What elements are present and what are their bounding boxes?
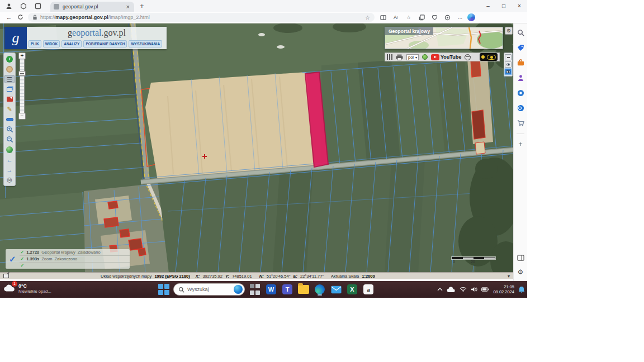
measure-button[interactable] [4,115,15,123]
url-field[interactable]: https://mapy.geoportal.gov.pl/imap/Imgp_… [28,13,375,22]
close-button[interactable]: × [512,0,527,12]
browser-addressbar: ← https://mapy.geoportal.gov.pl/imap/Img… [0,12,527,23]
tray-chevron-icon[interactable] [437,287,443,292]
menu-analizy[interactable]: ANALIZY [61,40,82,47]
weather-widget[interactable]: 1 0°C Niewielkie opad... [3,283,51,294]
default-tool-button[interactable] [4,65,15,73]
favorite-star-icon[interactable]: ☆ [365,15,370,21]
zoom-handle[interactable] [18,71,26,76]
more-options-icon[interactable]: … [456,13,464,21]
magnifier-plus-icon [6,126,13,133]
favorites-bar-icon[interactable]: ☆ [405,13,413,21]
sidebar-settings-icon[interactable]: ⚙ [516,268,525,277]
task-view-button[interactable] [249,283,261,296]
windows-taskbar: 1 0°C Niewielkie opad... Wyszukaj W T X [0,281,527,298]
target-icon: ◎ [7,176,12,183]
zoom-window-out-button[interactable] [4,135,15,144]
geoportal-logo[interactable]: g [4,27,27,49]
previous-view-button[interactable]: ← [4,155,15,164]
draw-button[interactable]: ✎ [4,105,15,113]
read-aloud-icon[interactable]: A) [392,13,400,21]
collapse-layers-button[interactable] [505,54,512,60]
minimize-button[interactable]: – [480,0,496,12]
browser-tab[interactable]: geoportal.gov.pl × [50,2,134,12]
excel-app-icon[interactable]: X [346,283,358,296]
notification-bell-icon[interactable] [518,286,525,293]
refresh-button[interactable] [15,14,26,21]
layer-visibility-active-button[interactable] [505,69,512,75]
copilot-icon[interactable] [467,13,475,21]
new-tab-button[interactable]: + [140,2,144,10]
sidebar-outlook-icon[interactable] [516,103,525,112]
zoom-out-button[interactable]: − [18,113,26,120]
profile-icon[interactable] [3,2,15,11]
browser-window: geoportal.gov.pl × + – □ × ← https://map… [0,0,527,281]
file-explorer-icon[interactable] [297,283,310,296]
legend-button[interactable]: ☰ [4,75,15,83]
clock-time: 21:05 [493,284,514,289]
website-globe-icon[interactable] [465,54,471,60]
allegro-app-icon[interactable]: a [362,283,375,296]
sidebar-search-icon[interactable] [516,28,525,37]
workspaces-icon[interactable] [18,2,29,11]
battery-icon[interactable] [481,287,489,292]
contrast-eye-button[interactable] [487,55,496,60]
wifi-icon[interactable] [460,287,467,292]
print-icon[interactable] [396,54,403,60]
tab-close-icon[interactable]: × [125,3,131,10]
tab-actions-icon[interactable] [32,2,44,11]
contrast-panel [480,53,498,61]
zoom-in-button[interactable]: + [18,53,26,59]
split-screen-icon[interactable] [379,13,387,21]
center-map-button[interactable]: ◎ [4,175,15,184]
volume-icon[interactable] [471,287,477,292]
next-view-button[interactable]: → [4,165,15,174]
menu-widok[interactable]: WIDOK [43,40,60,47]
taskbar-clock[interactable]: 21:05 08.02.2024 [493,284,514,295]
minimap-settings-button[interactable]: ⚙ [505,27,513,35]
menu-plik[interactable]: PLIK [29,40,41,47]
statusbar-collapse-icon[interactable]: ▾ [508,274,510,279]
sidebar-add-button[interactable]: + [518,140,522,148]
onedrive-icon[interactable] [447,287,456,293]
sidebar-panel-icon[interactable] [516,253,525,262]
menu-pobieranie-danych[interactable]: POBIERANIE DANYCH [83,40,127,47]
select-object-button[interactable] [4,85,15,93]
taskbar-search[interactable]: Wyszukaj [173,283,245,296]
map-viewport[interactable]: g geoportal.gov.pl PLIK WIDOK ANALIZY PO… [0,23,513,272]
zoom-slider[interactable]: + − [18,53,26,120]
zoom-window-in-button[interactable] [4,125,15,134]
identify-info-button[interactable]: i [4,55,15,63]
menu-wyszukiwania[interactable]: WYSZUKIWANIA [129,40,162,47]
eye-icon [506,70,510,73]
select-extent-icon[interactable] [3,274,9,278]
layer-visibility-button[interactable] [505,61,512,68]
clear-selection-button[interactable] [4,95,15,103]
back-button[interactable]: ← [3,14,15,21]
browser-essentials-icon[interactable] [430,13,438,21]
language-select[interactable]: pol▾ [406,54,419,60]
collections-icon[interactable] [418,13,425,21]
layer-grid-icon[interactable] [387,54,392,60]
sidebar-cart-icon[interactable] [516,118,525,127]
extensions-icon[interactable] [443,13,451,21]
start-button[interactable] [158,284,169,295]
teams-app-icon[interactable]: T [281,283,293,296]
sidebar-designer-icon[interactable] [516,88,525,97]
contrast-dot-button[interactable] [481,55,485,59]
sidebar-shopping-icon[interactable] [516,43,525,52]
sidebar-m365-icon[interactable] [516,73,525,82]
help-icon[interactable] [422,54,428,60]
overview-minimap[interactable]: Geoportal krajowy [385,27,503,49]
edge-app-icon[interactable] [314,283,326,296]
loading-row: ✓ 1.393s Zoom Zakończono [20,256,130,263]
word-app-icon[interactable]: W [265,283,277,296]
zoom-track[interactable] [20,59,25,113]
full-extent-button[interactable] [4,145,15,154]
mail-app-icon[interactable] [330,283,342,296]
loading-row: ✓ 1.272s Geoportal krajowy Załadowano [20,249,130,256]
youtube-link[interactable]: YouTube [431,54,461,60]
maximize-button[interactable]: □ [496,0,512,12]
map-statusbar: Układ współrzędnych mapy 1992 (EPSG 2180… [0,272,513,279]
sidebar-tools-icon[interactable] [516,58,525,67]
